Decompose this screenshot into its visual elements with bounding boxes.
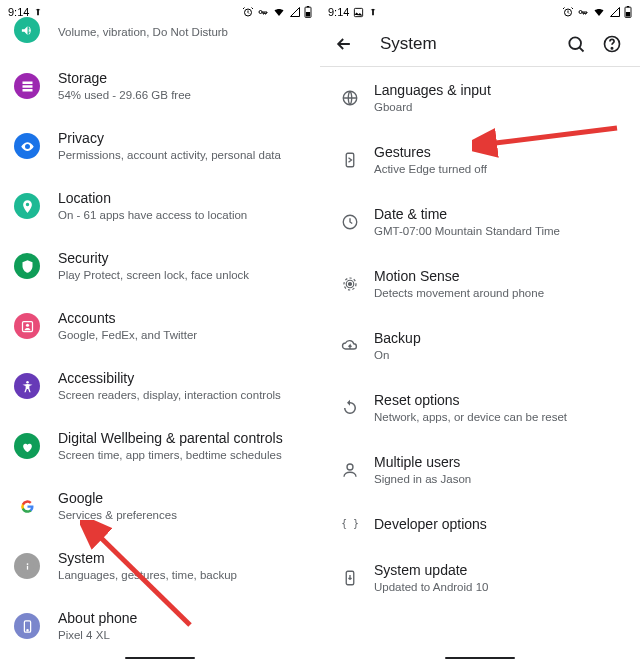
svg-point-26: [611, 48, 612, 49]
update-icon: [326, 569, 374, 587]
row-google[interactable]: Google Services & preferences: [0, 476, 320, 536]
row-sub: Google, FedEx, and Twitter: [58, 328, 306, 343]
svg-point-33: [347, 464, 353, 470]
system-list: Languages & input Gboard Gestures Active…: [320, 67, 640, 609]
location-icon: [14, 193, 40, 219]
security-icon: [14, 253, 40, 279]
row-sub: Screen time, app timers, bedtime schedul…: [58, 448, 306, 463]
row-sub: Services & preferences: [58, 508, 306, 523]
row-title: Date & time: [374, 205, 626, 223]
svg-text:{ }: { }: [341, 518, 359, 529]
row-title: Security: [58, 249, 306, 267]
alarm-icon: [242, 6, 254, 18]
row-developer-options[interactable]: { } Developer options: [320, 501, 640, 547]
row-location[interactable]: Location On - 61 apps have access to loc…: [0, 176, 320, 236]
row-security[interactable]: Security Play Protect, screen lock, face…: [0, 236, 320, 296]
row-sub: Languages, gestures, time, backup: [58, 568, 306, 583]
status-bar: 9:14: [320, 0, 640, 22]
svg-rect-14: [26, 565, 27, 569]
row-wellbeing[interactable]: Digital Wellbeing & parental controls Sc…: [0, 416, 320, 476]
nav-handle[interactable]: [320, 649, 640, 667]
row-sub: Play Protect, screen lock, face unlock: [58, 268, 306, 283]
row-gestures[interactable]: Gestures Active Edge turned off: [320, 129, 640, 191]
row-sub: Network, apps, or device can be reset: [374, 410, 626, 425]
row-title: Accessibility: [58, 369, 306, 387]
nav-handle[interactable]: [0, 649, 320, 667]
svg-point-16: [26, 629, 27, 630]
svg-rect-5: [22, 81, 32, 84]
svg-rect-22: [627, 6, 629, 7]
row-motion-sense[interactable]: Motion Sense Detects movement around pho…: [320, 253, 640, 315]
back-button[interactable]: [326, 26, 362, 62]
row-sub: GMT-07:00 Mountain Standard Time: [374, 224, 626, 239]
search-button[interactable]: [558, 26, 594, 62]
svg-point-1: [259, 11, 262, 14]
wifi-icon: [272, 6, 286, 18]
row-backup[interactable]: Backup On: [320, 315, 640, 377]
reset-icon: [326, 399, 374, 417]
row-title: Storage: [58, 69, 306, 87]
tesla-icon: [368, 7, 378, 17]
info-icon: [14, 553, 40, 579]
row-sub: Active Edge turned off: [374, 162, 626, 177]
row-sub: Volume, vibration, Do Not Disturb: [58, 25, 306, 40]
row-privacy[interactable]: Privacy Permissions, account activity, p…: [0, 116, 320, 176]
accessibility-icon: [14, 373, 40, 399]
row-sub: On: [374, 348, 626, 363]
row-date-time[interactable]: Date & time GMT-07:00 Mountain Standard …: [320, 191, 640, 253]
account-icon: [14, 313, 40, 339]
row-title: System update: [374, 561, 626, 579]
row-title: Motion Sense: [374, 267, 626, 285]
settings-list: Sound Volume, vibration, Do Not Disturb …: [0, 4, 320, 669]
help-button[interactable]: [594, 26, 630, 62]
row-title: Location: [58, 189, 306, 207]
row-sub: Permissions, account activity, personal …: [58, 148, 306, 163]
tesla-icon: [33, 7, 43, 17]
status-time: 9:14: [328, 6, 349, 18]
row-sub: Gboard: [374, 100, 626, 115]
row-title: Developer options: [374, 515, 626, 533]
row-title: About phone: [58, 609, 306, 627]
settings-screen: 9:14 Sound Volume, vibration, Do Not Dis…: [0, 0, 320, 669]
eye-icon: [14, 133, 40, 159]
key-icon: [257, 6, 269, 18]
backup-icon: [326, 337, 374, 355]
row-title: Gestures: [374, 143, 626, 161]
phone-icon: [14, 613, 40, 639]
row-languages-input[interactable]: Languages & input Gboard: [320, 67, 640, 129]
battery-icon: [304, 6, 312, 18]
signal-icon: [609, 6, 621, 18]
row-title: Accounts: [58, 309, 306, 327]
svg-rect-4: [306, 12, 310, 17]
row-system[interactable]: System Languages, gestures, time, backup: [0, 536, 320, 596]
motion-icon: [326, 275, 374, 293]
system-screen: 9:14 System: [320, 0, 640, 669]
row-storage[interactable]: Storage 54% used - 29.66 GB free: [0, 56, 320, 116]
row-title: System: [58, 549, 306, 567]
row-title: Multiple users: [374, 453, 626, 471]
svg-rect-6: [22, 85, 32, 88]
row-sub: Screen readers, display, interaction con…: [58, 388, 306, 403]
alarm-icon: [562, 6, 574, 18]
wellbeing-icon: [14, 433, 40, 459]
svg-point-30: [349, 283, 352, 286]
globe-icon: [326, 89, 374, 107]
user-icon: [326, 461, 374, 479]
row-multiple-users[interactable]: Multiple users Signed in as Jason: [320, 439, 640, 501]
row-reset-options[interactable]: Reset options Network, apps, or device c…: [320, 377, 640, 439]
row-accessibility[interactable]: Accessibility Screen readers, display, i…: [0, 356, 320, 416]
row-title: Privacy: [58, 129, 306, 147]
row-system-update[interactable]: System update Updated to Android 10: [320, 547, 640, 609]
row-title: Reset options: [374, 391, 626, 409]
svg-point-20: [579, 11, 582, 14]
row-sub: Detects movement around phone: [374, 286, 626, 301]
svg-point-10: [25, 323, 28, 326]
appbar-title: System: [380, 34, 437, 54]
dev-icon: { }: [326, 515, 374, 533]
svg-rect-23: [626, 12, 630, 17]
volume-icon: [14, 17, 40, 43]
row-sub: 54% used - 29.66 GB free: [58, 88, 306, 103]
row-about-phone[interactable]: About phone Pixel 4 XL: [0, 596, 320, 656]
row-accounts[interactable]: Accounts Google, FedEx, and Twitter: [0, 296, 320, 356]
google-icon: [14, 493, 40, 519]
